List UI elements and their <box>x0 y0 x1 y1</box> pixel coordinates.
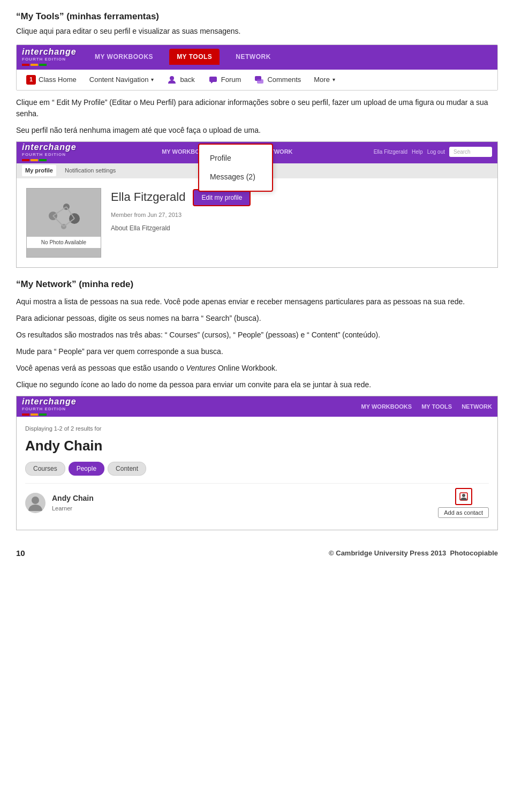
person-role: Learner <box>52 504 432 513</box>
profile-top-right: Ella Fitzgerald Help Log out Search <box>374 147 492 157</box>
section-subtitle: Clique aqui para editar o seu perfil e v… <box>16 26 498 37</box>
footer-copyright: © Cambridge University Press 2013 Photoc… <box>329 548 498 559</box>
svg-point-15 <box>462 494 465 497</box>
profile-photo-inner: No Photo Available <box>27 189 101 257</box>
profile-logo-edition: FOURTH EDITION <box>22 152 66 158</box>
dropdown-profile[interactable]: Profile <box>199 149 272 168</box>
comments-label: Comments <box>267 74 301 85</box>
network-body-5: Você apenas verá as pessoas que estão us… <box>16 363 498 374</box>
svg-marker-2 <box>211 82 213 84</box>
logo-edition-1: FOURTH EDITION <box>22 56 66 63</box>
profile-info: Ella Fitzgerald Edit my profile Member f… <box>111 188 488 234</box>
person-avatar <box>25 493 46 513</box>
network-body-6: Clique no segundo ícone ao lado do nome … <box>16 379 498 390</box>
comments-icon <box>254 74 264 85</box>
profile-tab-notifications[interactable]: Notification settings <box>62 165 119 176</box>
network-tab-content[interactable]: Content <box>108 462 146 476</box>
back-label: back <box>180 74 194 85</box>
body-text-2: Seu perfil não terá nenhuma imagem até q… <box>16 125 498 136</box>
network-navbar-links: MY WORKBOOKS MY TOOLS NETWORK <box>361 402 492 411</box>
profile-photo-svg <box>42 197 85 235</box>
network-person-row: Andy Chain Learner Add as contact <box>25 483 489 522</box>
nav-link-mytools-1[interactable]: MY TOOLS <box>169 49 220 65</box>
profile-user-name: Ella Fitzgerald <box>374 148 407 156</box>
navbar-top-1: interchange FOURTH EDITION MY WORKBOOKS … <box>17 45 497 69</box>
person-add-icon <box>459 492 468 501</box>
person-name: Andy Chain <box>52 493 432 504</box>
class-home-label: Class Home <box>39 74 77 85</box>
profile-logo-bars <box>22 159 47 161</box>
dropdown-messages[interactable]: Messages (2) <box>199 168 272 186</box>
back-btn[interactable]: back <box>161 72 200 88</box>
page-number: 10 <box>16 547 25 560</box>
svg-line-9 <box>53 207 66 216</box>
logo-bars-1 <box>22 64 47 66</box>
network-nav-network[interactable]: NETWORK <box>462 402 492 411</box>
network-results-label: Displaying 1-2 of 2 results for <box>25 424 489 433</box>
network-body-3: Os resultados são mostrados nas três aba… <box>16 329 498 341</box>
class-home-btn[interactable]: 1 Class Home <box>21 72 82 88</box>
network-tab-people[interactable]: People <box>69 462 104 476</box>
section-title: “My Tools” (minhas ferramentas) <box>16 10 498 24</box>
profile-icon <box>167 74 177 85</box>
add-contact-button[interactable]: Add as contact <box>438 507 489 518</box>
profile-tab-myprofile[interactable]: My profile <box>22 165 56 176</box>
network-logo-edition: FOURTH EDITION <box>22 406 66 412</box>
my-tools-dropdown: Profile Messages (2) <box>198 144 273 192</box>
person-info: Andy Chain Learner <box>52 493 432 513</box>
logo-1: interchange FOURTH EDITION <box>22 48 81 66</box>
network-navbar-top: interchange FOURTH EDITION MY WORKBOOKS … <box>17 396 497 417</box>
svg-point-13 <box>32 497 39 504</box>
more-btn[interactable]: More ▾ <box>308 72 341 88</box>
avatar-icon <box>26 494 44 512</box>
svg-point-0 <box>170 76 174 80</box>
network-screenshot: interchange FOURTH EDITION MY WORKBOOKS … <box>16 396 498 530</box>
ventures-italic: Ventures <box>186 364 216 372</box>
add-contact-section: Add as contact <box>438 488 489 518</box>
profile-member-since: Member from Jun 27, 2013 <box>111 210 488 220</box>
more-label: More <box>314 74 330 85</box>
network-nav-mytools[interactable]: MY TOOLS <box>421 402 452 411</box>
network-body-4: Mude para “ People” para ver quem corres… <box>16 346 498 357</box>
network-tabs: Courses People Content <box>25 462 489 476</box>
network-logo-text: interchange <box>22 397 77 406</box>
network-search-name: Andy Chain <box>25 435 489 456</box>
photo-label: No Photo Available <box>27 237 101 248</box>
comments-btn[interactable]: Comments <box>248 72 306 88</box>
profile-name: Ella Fitzgerald <box>111 188 185 206</box>
profile-logo-text: interchange <box>22 143 77 152</box>
add-contact-icon[interactable] <box>455 488 472 505</box>
page-footer: 10 © Cambridge University Press 2013 Pho… <box>16 538 498 564</box>
logo-text-1: interchange <box>22 48 77 56</box>
network-content: Displaying 1-2 of 2 results for Andy Cha… <box>17 417 497 530</box>
nav-link-workbooks-1[interactable]: MY WORKBOOKS <box>90 50 157 64</box>
network-body-1: Aqui mostra a lista de pessoas na sua re… <box>16 296 498 307</box>
body-text-1: Clique em “ Edit My Profile” (Editar o M… <box>16 97 498 119</box>
more-chevron-icon: ▾ <box>332 76 335 84</box>
network-logo: interchange FOURTH EDITION <box>22 397 81 416</box>
profile-logo: interchange FOURTH EDITION <box>22 143 81 161</box>
forum-icon <box>208 74 218 85</box>
network-body-2: Para adicionar pessoas, digite os seus n… <box>16 313 498 324</box>
my-network-title: “My Network” (minha rede) <box>16 277 498 291</box>
profile-about: About Ella Fitzgerald <box>111 223 488 233</box>
navbar-bottom-1: 1 Class Home Content Navigation ▾ back <box>17 69 497 90</box>
nav-link-network-1[interactable]: NETWORK <box>231 50 275 64</box>
number-1-icon: 1 <box>26 75 36 85</box>
svg-rect-4 <box>257 79 263 84</box>
svg-rect-1 <box>209 77 217 82</box>
network-logo-bars <box>22 413 47 416</box>
navbar-links-1: MY WORKBOOKS MY TOOLS NETWORK <box>90 49 275 65</box>
svg-line-11 <box>53 216 64 227</box>
forum-label: Forum <box>221 74 241 85</box>
content-navigation-btn[interactable]: Content Navigation ▾ <box>84 72 160 88</box>
network-nav-workbooks[interactable]: MY WORKBOOKS <box>361 402 412 411</box>
profile-search-box[interactable]: Search <box>449 147 492 157</box>
profile-help-link[interactable]: Help <box>412 148 423 156</box>
profile-logout-link[interactable]: Log out <box>427 148 445 156</box>
content-navigation-label: Content Navigation <box>89 74 149 85</box>
network-tab-courses[interactable]: Courses <box>25 462 65 476</box>
forum-btn[interactable]: Forum <box>202 72 247 88</box>
chevron-down-icon: ▾ <box>151 76 154 84</box>
profile-photo-box: No Photo Available <box>26 188 101 258</box>
